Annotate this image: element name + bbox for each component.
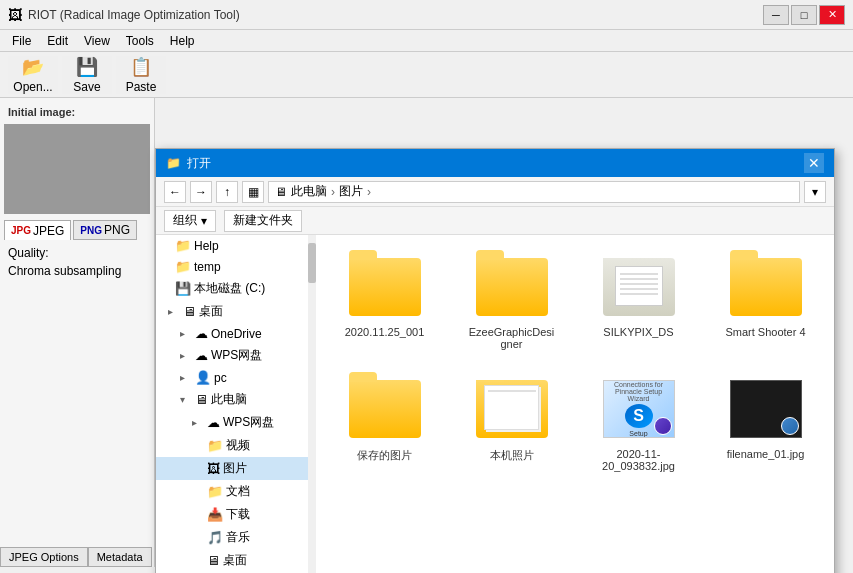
minimize-button[interactable]: ─ — [763, 5, 789, 25]
dialog-close-button[interactable]: ✕ — [804, 153, 824, 173]
file-item-filename01[interactable]: filename_01.jpg — [707, 367, 824, 479]
file-item-ezee[interactable]: EzeeGraphicDesigner — [453, 245, 570, 357]
organize-button[interactable]: 组织 ▾ — [164, 210, 216, 232]
setup-img-thumb: Connections for Pinnacle Setup Wizard S … — [603, 380, 675, 438]
organize-dropdown-icon: ▾ — [201, 214, 207, 228]
file-thumb — [726, 374, 806, 444]
maximize-button[interactable]: □ — [791, 5, 817, 25]
sidebar-label: 图片 — [223, 460, 247, 477]
bottom-tabs: JPEG Options Metadata — [0, 547, 152, 567]
left-panel: Initial image: JPG JPEG PNG PNG Quality:… — [0, 98, 155, 567]
file-item-local-photos[interactable]: 本机照片 — [453, 367, 570, 479]
file-name: 本机照片 — [490, 448, 534, 463]
close-button[interactable]: ✕ — [819, 5, 845, 25]
nav-back-button[interactable]: ← — [164, 181, 186, 203]
file-name: Smart Shooter 4 — [725, 326, 805, 338]
paste-button[interactable]: 📋 Paste — [116, 56, 166, 94]
nav-view-button[interactable]: ▦ — [242, 181, 264, 203]
path-root-icon: 🖥 — [275, 185, 287, 199]
expand-icon: ▸ — [180, 372, 192, 383]
folder-icon — [476, 258, 548, 316]
file-item-smartshooter[interactable]: Smart Shooter 4 — [707, 245, 824, 357]
sidebar-label: temp — [194, 260, 221, 274]
sidebar-item-help[interactable]: 📁 Help — [156, 235, 308, 256]
cloud-icon: ☁ — [195, 348, 208, 363]
sidebar-item-docs[interactable]: 📁 文档 — [156, 480, 308, 503]
sidebar-item-wps[interactable]: ▸ ☁ WPS网盘 — [156, 344, 308, 367]
metadata-tab[interactable]: Metadata — [88, 547, 152, 567]
dialog-nav: ← → ↑ ▦ 🖥 此电脑 › 图片 › ▾ — [156, 177, 834, 207]
jpeg-options-tab[interactable]: JPEG Options — [0, 547, 88, 567]
dialog-title: 打开 — [187, 155, 211, 172]
sidebar-label: 桌面 — [223, 552, 247, 569]
format-tabs: JPG JPEG PNG PNG — [4, 220, 150, 240]
menu-edit[interactable]: Edit — [39, 32, 76, 50]
sidebar-item-cdrive[interactable]: 💾 本地磁盘 (C:) — [156, 277, 308, 300]
user-icon: 👤 — [195, 370, 211, 385]
sidebar-item-onedrive[interactable]: ▸ ☁ OneDrive — [156, 323, 308, 344]
dark-img-thumb — [730, 380, 802, 438]
sidebar-item-desktop[interactable]: ▸ 🖥 桌面 — [156, 300, 308, 323]
save-button[interactable]: 💾 Save — [62, 56, 112, 94]
file-item-setup-jpg[interactable]: Connections for Pinnacle Setup Wizard S … — [580, 367, 697, 479]
app-icon: 🖼 — [8, 7, 22, 23]
png-icon: PNG — [80, 225, 102, 236]
dark-img-badge — [781, 417, 799, 435]
sidebar-scrollbar[interactable] — [308, 235, 316, 573]
sidebar-item-pictures[interactable]: 🖼 图片 — [156, 457, 308, 480]
chroma-label: Chroma subsampling — [8, 264, 121, 278]
file-thumb — [345, 374, 425, 444]
desktop-icon: 🖥 — [207, 553, 220, 568]
dialog-titlebar-left: 📁 打开 — [166, 155, 211, 172]
file-thumb — [345, 252, 425, 322]
cloud-icon: ☁ — [195, 326, 208, 341]
sidebar-label: 视频 — [226, 437, 250, 454]
save-icon: 💾 — [76, 56, 98, 78]
sidebar-label: 此电脑 — [211, 391, 247, 408]
new-folder-button[interactable]: 新建文件夹 — [224, 210, 302, 232]
expand-icon: ▾ — [180, 394, 192, 405]
nav-forward-button[interactable]: → — [190, 181, 212, 203]
path-dropdown-button[interactable]: ▾ — [804, 181, 826, 203]
file-thumb: Connections for Pinnacle Setup Wizard S … — [599, 374, 679, 444]
menu-file[interactable]: File — [4, 32, 39, 50]
sidebar-label: Help — [194, 239, 219, 253]
jpeg-label: JPEG — [33, 224, 64, 238]
sidebar-item-video[interactable]: 📁 视频 — [156, 434, 308, 457]
menubar: File Edit View Tools Help — [0, 30, 853, 52]
jpeg-icon: JPG — [11, 225, 31, 236]
sidebar-item-temp[interactable]: 📁 temp — [156, 256, 308, 277]
chroma-row: Chroma subsampling — [4, 262, 150, 280]
nav-up-button[interactable]: ↑ — [216, 181, 238, 203]
path-sep-1: › — [331, 185, 335, 199]
sidebar-item-downloads[interactable]: 📥 下载 — [156, 503, 308, 526]
open-dialog: 📁 打开 ✕ ← → ↑ ▦ 🖥 此电脑 › 图片 › ▾ 组织 ▾ — [155, 148, 835, 573]
folder-silky-icon — [603, 258, 675, 316]
file-item-silky[interactable]: SILKYPIX_DS — [580, 245, 697, 357]
menu-tools[interactable]: Tools — [118, 32, 162, 50]
sidebar-item-pc[interactable]: ▸ 👤 pc — [156, 367, 308, 388]
sidebar-item-wps2[interactable]: ▸ ☁ WPS网盘 — [156, 411, 308, 434]
dialog-toolbar: 组织 ▾ 新建文件夹 — [156, 207, 834, 235]
sidebar-item-music[interactable]: 🎵 音乐 — [156, 526, 308, 549]
file-name: SILKYPIX_DS — [603, 326, 673, 338]
open-button[interactable]: 📂 Open... — [8, 56, 58, 94]
file-name: 2020.11.25_001 — [345, 326, 425, 338]
file-grid: 2020.11.25_001 EzeeGraphicDesigner — [316, 235, 834, 573]
dialog-content: 📁 Help 📁 temp 💾 本地磁盘 (C:) ▸ — [156, 235, 834, 573]
sidebar-label: 下载 — [226, 506, 250, 523]
png-tab[interactable]: PNG PNG — [73, 220, 137, 240]
menu-help[interactable]: Help — [162, 32, 203, 50]
open-label: Open... — [13, 80, 52, 94]
jpeg-tab[interactable]: JPG JPEG — [4, 220, 71, 240]
file-item-saved[interactable]: 保存的图片 — [326, 367, 443, 479]
dialog-folder-icon: 📁 — [166, 156, 181, 170]
sidebar-item-desktop2[interactable]: 🖥 桌面 — [156, 549, 308, 572]
file-item-2020[interactable]: 2020.11.25_001 — [326, 245, 443, 357]
menu-view[interactable]: View — [76, 32, 118, 50]
file-name: EzeeGraphicDesigner — [467, 326, 557, 350]
titlebar-controls: ─ □ ✕ — [763, 5, 845, 25]
sidebar-item-thispc[interactable]: ▾ 🖥 此电脑 — [156, 388, 308, 411]
quality-label: Quality: — [8, 246, 49, 260]
cloud-icon: ☁ — [207, 415, 220, 430]
